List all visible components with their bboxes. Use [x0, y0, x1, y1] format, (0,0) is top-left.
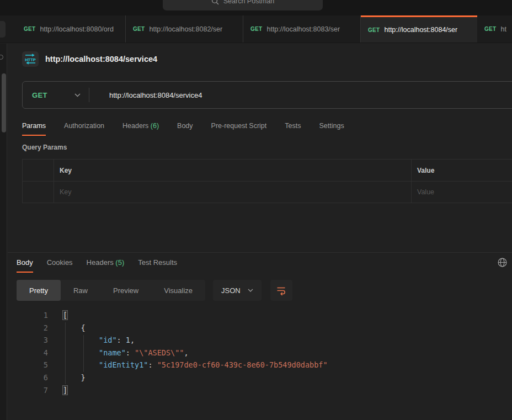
- globe-icon[interactable]: [497, 257, 508, 270]
- main-pane: HTTP http://localhost:8084/service4 GET …: [8, 43, 512, 420]
- code-line: 7]: [8, 384, 512, 397]
- json-token-str: "5c197de0-cf60-439c-8e60-7b549d0dabbf": [157, 360, 328, 369]
- json-token-punct: {: [63, 323, 86, 332]
- json-token-punct: [63, 336, 99, 344]
- response-section-tabs: BodyCookiesHeaders (5)Test Results: [17, 258, 177, 273]
- value-column-header: Value: [412, 160, 512, 181]
- method-value: GET: [32, 91, 47, 99]
- view-mode-visualize[interactable]: Visualize: [151, 280, 205, 301]
- tab-count-badge: (6): [151, 122, 159, 130]
- view-mode-pretty[interactable]: Pretty: [17, 280, 61, 301]
- response-tab-test-results[interactable]: Test Results: [138, 258, 177, 273]
- tab-label: Params: [22, 122, 46, 130]
- line-number: 4: [8, 347, 48, 359]
- request-tab-1[interactable]: GEThttp://localhost:8082/ser: [126, 15, 243, 42]
- tab-method-badge: GET: [368, 27, 380, 33]
- tab-body[interactable]: Body: [177, 118, 193, 136]
- http-request-icon: HTTP: [22, 51, 39, 67]
- request-tab-3[interactable]: GEThttp://localhost:8084/ser: [361, 15, 477, 42]
- tab-method-badge: GET: [133, 26, 145, 32]
- tab-method-badge: GET: [24, 26, 35, 32]
- line-number: 6: [8, 371, 48, 384]
- tab-label: Cookies: [47, 258, 73, 267]
- response-tab-body[interactable]: Body: [17, 258, 33, 273]
- url-input[interactable]: http://localhost:8084/service4: [89, 91, 202, 99]
- code-content: "name": "\"ASEDS\"",: [48, 347, 189, 359]
- json-token-bracket-hl: ]: [63, 386, 67, 395]
- search-input[interactable]: Search Postman: [163, 0, 323, 10]
- key-column-header: Key: [54, 160, 412, 181]
- tab-label: Raw: [73, 286, 88, 295]
- request-title: http://localhost:8084/service4: [45, 55, 157, 63]
- tab-pre-request-script[interactable]: Pre-request Script: [211, 118, 267, 136]
- request-section-tabs: ParamsAuthorizationHeaders (6)BodyPre-re…: [22, 118, 344, 136]
- tab-label: Pre-request Script: [211, 122, 267, 130]
- indent-guide: [65, 322, 66, 384]
- format-value: JSON: [221, 286, 241, 295]
- tab-label: Body: [17, 258, 33, 267]
- tab-url-label: http://localhost:8083/ser: [266, 25, 340, 33]
- tab-headers[interactable]: Headers (6): [122, 118, 159, 136]
- response-view-controls: PrettyRawPreviewVisualize JSON: [17, 280, 292, 301]
- code-line: 1[: [8, 309, 512, 322]
- json-token-punct: ,: [184, 348, 188, 357]
- request-tab-0[interactable]: GEThttp://localhost:8080/ord: [17, 15, 126, 42]
- tab-url-label: http://localhost:8082/ser: [149, 25, 222, 33]
- view-mode-switcher: PrettyRawPreviewVisualize: [17, 280, 205, 301]
- code-line: 2 {: [8, 322, 512, 334]
- json-token-punct: [63, 360, 99, 369]
- url-bar: GET http://localhost:8084/service4: [22, 81, 512, 109]
- format-dropdown[interactable]: JSON: [213, 280, 262, 301]
- line-number: 2: [8, 322, 48, 334]
- tab-count-badge: (5): [115, 258, 124, 267]
- line-number: 7: [8, 384, 48, 397]
- tab-label: Pretty: [29, 286, 48, 295]
- table-header-row: Key Value: [22, 159, 512, 182]
- param-key-input[interactable]: [60, 188, 393, 196]
- tab-params[interactable]: Params: [22, 118, 46, 136]
- json-token-punct: :: [117, 336, 126, 344]
- response-divider: [8, 252, 512, 253]
- chevron-down-icon: [74, 93, 81, 97]
- indent-guide: [83, 335, 84, 372]
- json-token-bracket-hl: [: [63, 311, 67, 320]
- json-token-punct: [63, 348, 99, 357]
- scrollbar-thumb[interactable]: [2, 73, 6, 132]
- search-placeholder: Search Postman: [223, 0, 274, 5]
- query-params-table: Key Value: [22, 159, 512, 203]
- json-token-str: "\"ASEDS\"": [135, 348, 184, 357]
- tab-label: Body: [177, 122, 193, 130]
- json-token-punct: :: [126, 348, 135, 357]
- tab-authorization[interactable]: Authorization: [64, 118, 104, 136]
- request-tab-strip: GEThttp://localhost:8080/ordGEThttp://lo…: [0, 15, 512, 43]
- line-number: 5: [8, 359, 48, 371]
- tab-tests[interactable]: Tests: [285, 118, 301, 136]
- response-tab-cookies[interactable]: Cookies: [47, 258, 73, 273]
- view-mode-raw[interactable]: Raw: [61, 280, 100, 301]
- response-body-viewer[interactable]: 1[2 {3 "id": 1,4 "name": "\"ASEDS\"",5 "…: [8, 309, 512, 420]
- tab-url-label: ht: [500, 25, 506, 33]
- param-value-input[interactable]: [417, 188, 507, 196]
- line-number: 1: [8, 309, 48, 322]
- partial-gear-icon: [0, 55, 3, 60]
- code-content: {: [48, 322, 86, 334]
- tab-label: Headers: [87, 258, 116, 267]
- tab-settings[interactable]: Settings: [319, 118, 344, 136]
- request-tab-4[interactable]: GETht: [477, 15, 512, 42]
- tab-label: Test Results: [138, 258, 177, 267]
- tab-label: Headers: [122, 122, 151, 130]
- json-token-punct: }: [63, 373, 86, 382]
- request-tab-2[interactable]: GEThttp://localhost:8083/ser: [243, 15, 361, 42]
- tab-label: Visualize: [164, 286, 193, 295]
- sidebar-stub[interactable]: [0, 21, 6, 38]
- row-checkbox-cell[interactable]: [23, 182, 54, 203]
- method-dropdown[interactable]: GET: [23, 82, 89, 108]
- code-content: }: [48, 371, 86, 384]
- svg-text:HTTP: HTTP: [25, 57, 36, 62]
- checkbox-column-header: [23, 160, 54, 181]
- wrap-lines-button[interactable]: [270, 280, 292, 301]
- view-mode-preview[interactable]: Preview: [100, 280, 151, 301]
- json-token-key: "idEntity1": [99, 360, 148, 369]
- code-content: "id": 1,: [48, 334, 135, 347]
- response-tab-headers[interactable]: Headers (5): [87, 258, 125, 273]
